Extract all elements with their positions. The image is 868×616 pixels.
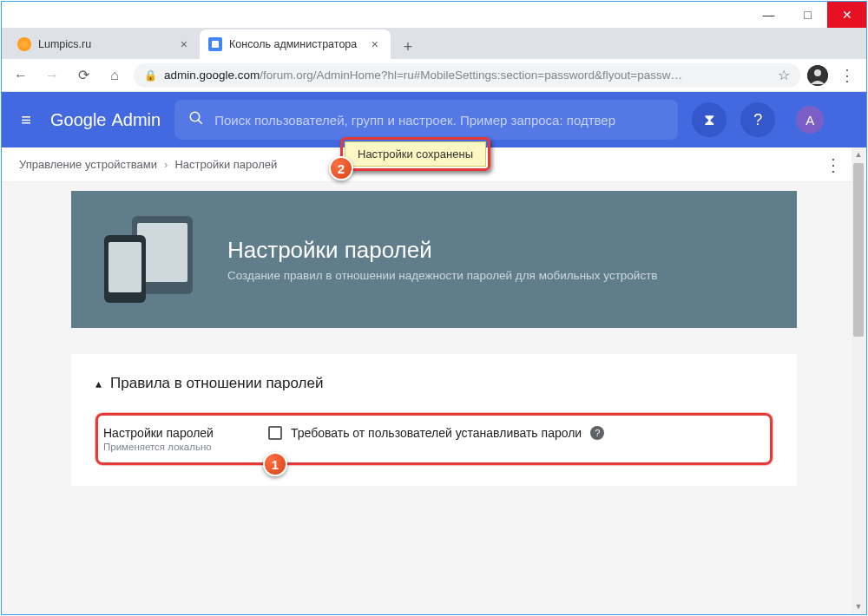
browser-toolbar: ← → ⟳ ⌂ 🔒 admin.google.com/forum.org/Adm… xyxy=(2,59,866,92)
scroll-down-icon[interactable]: ▼ xyxy=(852,600,865,613)
back-button[interactable]: ← xyxy=(9,63,33,88)
favicon-icon xyxy=(208,37,222,51)
window-close-button[interactable]: ✕ xyxy=(827,2,866,28)
breadcrumb-item[interactable]: Управление устройствами xyxy=(19,158,157,171)
window-maximize-button[interactable]: □ xyxy=(788,2,827,28)
lock-icon: 🔒 xyxy=(144,69,157,82)
search-placeholder: Поиск пользователей, групп и настроек. П… xyxy=(214,113,615,128)
more-options-button[interactable]: ⋮ xyxy=(818,154,849,175)
browser-menu-button[interactable]: ⋮ xyxy=(835,66,859,85)
scrollbar-thumb[interactable] xyxy=(853,163,864,337)
vertical-scrollbar[interactable]: ▲ ▼ xyxy=(852,147,865,613)
profile-avatar[interactable] xyxy=(807,65,828,86)
hourglass-icon[interactable]: ⧗ xyxy=(692,102,727,137)
card-header[interactable]: ▴ Правила в отношении паролей xyxy=(95,375,773,392)
tab-title: Консоль администратора xyxy=(229,38,357,50)
account-avatar[interactable]: А xyxy=(796,106,824,134)
password-setting-row: Настройки паролей Применяется локально Т… xyxy=(95,413,773,465)
help-tooltip-icon[interactable]: ? xyxy=(590,426,604,440)
browser-tabstrip: Lumpics.ru × Консоль администратора × + xyxy=(2,28,866,59)
page-subtitle: Создание правил в отношении надежности п… xyxy=(227,269,658,282)
url-text: admin.google.com/forum.org/AdminHome?hl=… xyxy=(164,69,771,82)
toast-text: Настройки сохранены xyxy=(345,141,486,167)
browser-tab[interactable]: Lumpics.ru × xyxy=(9,29,200,59)
svg-point-1 xyxy=(814,69,821,76)
new-tab-button[interactable]: + xyxy=(396,35,420,59)
address-bar[interactable]: 🔒 admin.google.com/forum.org/AdminHome?h… xyxy=(134,63,800,88)
favicon-icon xyxy=(17,37,31,51)
chevron-right-icon: › xyxy=(164,158,168,171)
search-icon xyxy=(188,110,204,129)
app-logo[interactable]: Google Admin xyxy=(50,110,161,130)
menu-icon[interactable]: ≡ xyxy=(16,110,36,130)
svg-point-2 xyxy=(190,112,200,121)
forward-button[interactable]: → xyxy=(40,63,64,88)
card-title: Правила в отношении паролей xyxy=(110,375,323,392)
callout-badge-2: 2 xyxy=(329,156,353,180)
search-input[interactable]: Поиск пользователей, групп и настроек. П… xyxy=(174,100,678,140)
tab-title: Lumpics.ru xyxy=(38,38,91,50)
setting-subtitle: Применяется локально xyxy=(103,442,233,452)
chevron-up-icon: ▴ xyxy=(95,377,102,390)
toast-notification: Настройки сохранены 2 xyxy=(340,137,490,171)
setting-title: Настройки паролей xyxy=(103,426,233,440)
help-icon[interactable]: ? xyxy=(740,102,775,137)
reload-button[interactable]: ⟳ xyxy=(71,63,95,88)
hero-banner: Настройки паролей Создание правил в отно… xyxy=(71,191,797,328)
bookmark-icon[interactable]: ☆ xyxy=(778,67,790,83)
page-title: Настройки паролей xyxy=(227,237,658,264)
window-titlebar: — □ ✕ xyxy=(2,2,866,28)
svg-line-3 xyxy=(198,120,202,124)
settings-card: ▴ Правила в отношении паролей Настройки … xyxy=(71,354,797,486)
page-content: Настройки паролей Создание правил в отно… xyxy=(2,182,866,614)
scroll-up-icon[interactable]: ▲ xyxy=(852,147,865,161)
tab-close-icon[interactable]: × xyxy=(177,37,191,51)
tab-close-icon[interactable]: × xyxy=(368,37,382,51)
devices-icon xyxy=(97,216,201,303)
checkbox-label: Требовать от пользователей устанавливать… xyxy=(291,426,582,440)
callout-badge-1: 1 xyxy=(263,452,287,476)
home-button[interactable]: ⌂ xyxy=(102,63,127,88)
browser-tab-active[interactable]: Консоль администратора × xyxy=(200,29,391,59)
require-password-checkbox[interactable] xyxy=(268,426,282,440)
breadcrumb-item: Настройки паролей xyxy=(174,158,277,171)
window-minimize-button[interactable]: — xyxy=(749,2,788,28)
